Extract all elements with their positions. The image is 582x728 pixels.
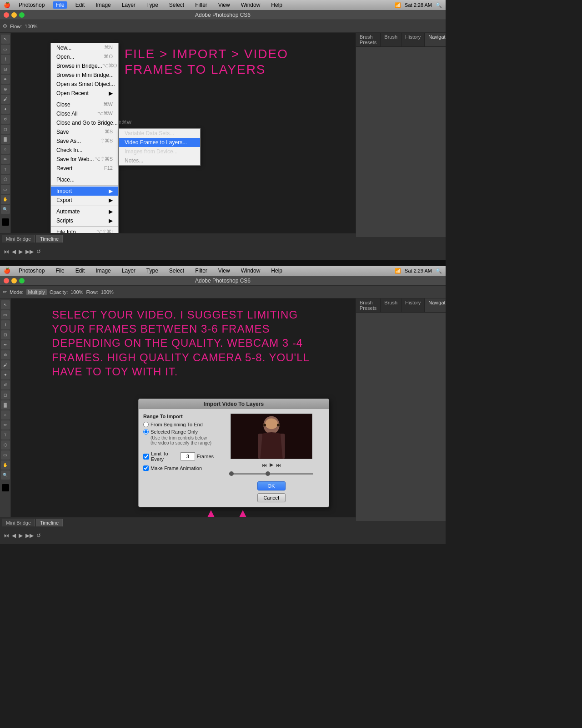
crop-tool-bottom[interactable]: ⊡: [1, 330, 10, 339]
frames-input[interactable]: [181, 452, 195, 460]
healing-tool[interactable]: ⊕: [1, 85, 10, 94]
gradient-tool-bottom[interactable]: ▓: [1, 400, 10, 410]
menu-item-browse-bridge[interactable]: Browse in Bridge... ⌥⌘O: [51, 61, 118, 71]
menu-item-close-all[interactable]: Close All ⌥⌘W: [51, 109, 118, 118]
close-button-bottom[interactable]: [4, 278, 9, 283]
menu-window-bottom[interactable]: Window: [238, 267, 263, 274]
menu-image[interactable]: Image: [93, 1, 113, 9]
shape-tool-bottom[interactable]: ▭: [1, 450, 10, 460]
brush-tool-bottom[interactable]: 🖌: [1, 360, 10, 369]
eraser-tool[interactable]: ◻: [1, 125, 10, 134]
menu-view-bottom[interactable]: View: [216, 267, 233, 274]
menu-help[interactable]: Help: [268, 1, 285, 9]
shape-tool[interactable]: ▭: [1, 185, 10, 194]
tab-brush-presets-bottom[interactable]: Brush Presets: [356, 298, 381, 312]
menu-item-open-smart[interactable]: Open as Smart Object...: [51, 80, 118, 89]
menu-edit-bottom[interactable]: Edit: [73, 267, 88, 274]
vid-skip-forward-btn[interactable]: ⏭: [276, 462, 281, 468]
tl-back-btn[interactable]: ◀: [12, 248, 16, 255]
menu-photoshop[interactable]: Photoshop: [16, 1, 47, 9]
close-button[interactable]: [4, 12, 9, 18]
menu-help-bottom[interactable]: Help: [268, 267, 285, 274]
text-tool-bottom[interactable]: T: [1, 430, 10, 440]
limit-checkbox[interactable]: [143, 454, 149, 460]
video-slider[interactable]: [229, 470, 313, 477]
stamp-tool[interactable]: ✦: [1, 105, 10, 114]
vid-skip-back-btn[interactable]: ⏮: [262, 462, 267, 468]
menu-file-bottom[interactable]: File: [53, 267, 67, 274]
menu-item-export[interactable]: Export ▶: [51, 196, 118, 205]
tab-history-top[interactable]: History: [401, 33, 425, 46]
tab-navigator-top[interactable]: Navigator: [425, 33, 446, 46]
menu-file[interactable]: File: [53, 1, 67, 9]
zoom-tool[interactable]: 🔍: [1, 205, 10, 214]
tl-play-btn-bottom[interactable]: ▶: [19, 532, 23, 539]
menu-item-open[interactable]: Open... ⌘O: [51, 52, 118, 61]
pen-tool[interactable]: ✏: [1, 155, 10, 164]
minimize-button-bottom[interactable]: [11, 278, 17, 283]
tab-history-bottom[interactable]: History: [401, 298, 425, 312]
fg-color[interactable]: [2, 218, 9, 226]
menu-item-file-info[interactable]: File Info... ⌥⇧⌘I: [51, 228, 118, 233]
text-tool[interactable]: T: [1, 165, 10, 174]
stamp-tool-bottom[interactable]: ✦: [1, 370, 10, 379]
submenu-video-frames[interactable]: Video Frames to Layers...: [119, 138, 200, 147]
menu-item-browse-mini[interactable]: Browse in Mini Bridge...: [51, 71, 118, 80]
gradient-tool[interactable]: ▓: [1, 135, 10, 144]
tl-tab-timeline-top[interactable]: Timeline: [36, 235, 63, 243]
menu-item-check-in[interactable]: Check In...: [51, 146, 118, 155]
hand-tool[interactable]: ✋: [1, 195, 10, 204]
healing-tool-bottom[interactable]: ⊕: [1, 350, 10, 359]
menu-image-bottom[interactable]: Image: [93, 267, 113, 274]
menu-item-close[interactable]: Close ⌘W: [51, 100, 118, 109]
tl-forward-btn-bottom[interactable]: ▶▶: [25, 532, 34, 539]
menu-item-save-as[interactable]: Save As... ⇧⌘S: [51, 136, 118, 146]
menu-filter-bottom[interactable]: Filter: [192, 267, 210, 274]
dodge-tool-bottom[interactable]: ○: [1, 410, 10, 420]
vid-play-btn[interactable]: ▶: [270, 462, 273, 468]
menu-view[interactable]: View: [216, 1, 233, 9]
video-slider-handle-left[interactable]: [229, 471, 234, 476]
search-icon[interactable]: 🔍: [436, 2, 442, 8]
menu-item-open-recent[interactable]: Open Recent ▶: [51, 89, 118, 98]
radio-from-beginning-input[interactable]: [143, 422, 149, 427]
history-brush[interactable]: ↺: [1, 115, 10, 124]
eraser-tool-bottom[interactable]: ◻: [1, 390, 10, 399]
apple-icon[interactable]: 🍎: [4, 2, 10, 8]
search-icon-bottom[interactable]: 🔍: [436, 268, 442, 274]
tl-play-btn[interactable]: ▶: [19, 248, 23, 255]
ok-button[interactable]: OK: [257, 481, 286, 490]
menu-item-automate[interactable]: Automate ▶: [51, 207, 118, 216]
menu-type-bottom[interactable]: Type: [144, 267, 161, 274]
history-brush-bottom[interactable]: ↺: [1, 380, 10, 389]
menu-layer[interactable]: Layer: [119, 1, 138, 9]
menu-item-import[interactable]: Import ▶: [51, 187, 118, 196]
dodge-tool[interactable]: ○: [1, 145, 10, 154]
hand-tool-bottom[interactable]: ✋: [1, 460, 10, 470]
cancel-button[interactable]: Cancel: [257, 493, 286, 502]
tab-brush-bottom[interactable]: Brush: [381, 298, 401, 312]
path-tool-bottom[interactable]: ⬡: [1, 440, 10, 450]
tl-tab-mini-bridge-bottom[interactable]: Mini Bridge: [2, 519, 35, 526]
menu-filter[interactable]: Filter: [192, 1, 210, 9]
maximize-button[interactable]: [19, 12, 25, 18]
brush-tool[interactable]: 🖌: [1, 95, 10, 104]
selection-tool[interactable]: ▭: [1, 45, 10, 54]
lasso-tool-bottom[interactable]: ⌇: [1, 320, 10, 329]
submenu-variable-data[interactable]: Variable Data Sets...: [119, 129, 200, 138]
menu-item-save-web[interactable]: Save for Web... ⌥⇧⌘S: [51, 155, 118, 164]
tl-loop-btn-bottom[interactable]: ↺: [36, 532, 41, 539]
minimize-button[interactable]: [11, 12, 17, 18]
animation-checkbox[interactable]: [143, 465, 149, 471]
apple-icon-bottom[interactable]: 🍎: [4, 268, 10, 274]
menu-item-close-bridge[interactable]: Close and Go to Bridge... ⇧⌘W: [51, 118, 118, 127]
selection-tool-bottom[interactable]: ▭: [1, 310, 10, 319]
lasso-tool[interactable]: ⌇: [1, 55, 10, 64]
tl-rewind-btn[interactable]: ⏮: [4, 248, 9, 255]
mode-value[interactable]: Multiply: [26, 289, 47, 295]
tab-brush-top[interactable]: Brush: [381, 33, 401, 46]
tl-back-btn-bottom[interactable]: ◀: [12, 532, 16, 539]
menu-layer-bottom[interactable]: Layer: [119, 267, 138, 274]
radio-selected-range[interactable]: Selected Range Only: [143, 429, 214, 435]
radio-from-beginning[interactable]: From Beginning To End: [143, 422, 214, 427]
